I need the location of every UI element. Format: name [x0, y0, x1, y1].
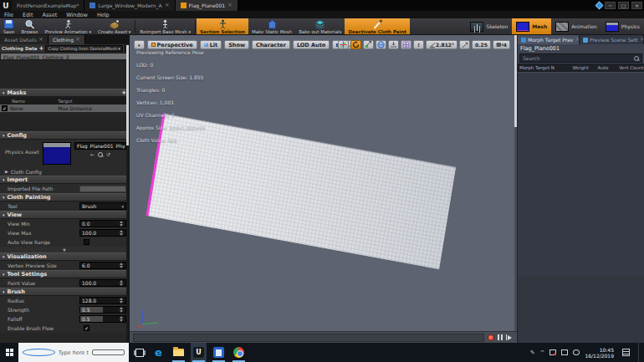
perspective-button[interactable]: Perspective — [147, 40, 197, 49]
view-section-header[interactable]: ▾ View — [0, 211, 129, 219]
scale-snap-icon-button[interactable] — [459, 40, 470, 49]
mask-row[interactable]: ✓ None Max Distance — [0, 105, 129, 112]
rotation-snap-button[interactable]: 2.812° — [426, 40, 457, 49]
pen-input-icon[interactable]: ✎ — [530, 349, 535, 356]
action-center-icon[interactable] — [622, 349, 630, 356]
search-input[interactable] — [520, 55, 634, 61]
menu-asset[interactable]: Asset — [42, 12, 57, 18]
falloff-field[interactable]: 0.5 — [79, 315, 126, 323]
task-view-button[interactable] — [135, 349, 144, 357]
minimize-button[interactable]: ─ — [605, 2, 616, 9]
tray-expand-icon[interactable]: ^ — [540, 349, 545, 356]
save-button[interactable]: Save — [0, 18, 18, 34]
viewport[interactable]: ▾ Perspective Lit Show Character LOD Aut… — [130, 35, 517, 343]
copy-clothing-button[interactable]: Copy Clothing from SkeletalMesh ▾ — [45, 45, 122, 52]
browse-to-asset-icon[interactable] — [98, 152, 103, 157]
col-vert-count[interactable]: Vert Count — [617, 65, 644, 70]
show-desktop-button[interactable] — [638, 343, 641, 362]
maximize-button[interactable]: ▢ — [618, 2, 629, 9]
rotate-tool-button[interactable] — [350, 40, 361, 49]
close-icon[interactable]: × — [227, 3, 233, 8]
tab-firstpersonexamplemap[interactable]: FirstPersonExampleMap* — [12, 0, 84, 11]
spinner-icon[interactable] — [119, 230, 124, 236]
unreal-engine-app-icon[interactable]: U — [191, 343, 207, 362]
view-expander[interactable]: ▼ — [0, 247, 129, 252]
spinner-icon[interactable] — [119, 307, 124, 313]
edge-app-icon[interactable]: e — [151, 343, 166, 362]
strength-field[interactable]: 0.5 — [79, 306, 126, 314]
taskbar-search[interactable]: Type here to search — [18, 343, 129, 362]
view-min-field[interactable]: 0.0 — [79, 220, 126, 227]
use-selected-asset-icon[interactable]: ← — [90, 151, 95, 157]
menu-window[interactable]: Window — [66, 12, 88, 18]
lit-button[interactable]: Lit — [200, 40, 222, 49]
close-icon[interactable]: × — [38, 37, 43, 43]
make-static-mesh-button[interactable]: Make Static Mesh — [248, 18, 295, 34]
deactivate-cloth-paint-button[interactable]: Deactivate Cloth Paint — [345, 18, 410, 34]
spinner-icon[interactable] — [119, 263, 124, 268]
mode-physics[interactable]: Physics — [601, 18, 644, 34]
vertex-preview-size-field[interactable]: 6.0 — [79, 262, 126, 269]
section-selection-button[interactable]: Section Selection — [197, 18, 248, 34]
snap-warning-button[interactable]: ! — [413, 40, 424, 49]
mode-mesh[interactable]: Mesh — [512, 18, 551, 34]
cloth-config-row[interactable]: ▶ Cloth Config — [0, 167, 129, 176]
col-auto[interactable]: Auto — [596, 65, 618, 70]
close-icon[interactable]: × — [640, 37, 644, 43]
step-forward-button[interactable] — [506, 334, 513, 340]
launcher-app-icon[interactable] — [211, 343, 227, 362]
tab-morph-target-preview[interactable]: Morph Target Prev × — [518, 35, 580, 44]
volume-tray-icon[interactable] — [573, 349, 580, 355]
menu-file[interactable]: File — [4, 12, 13, 18]
left-panel-scrollbar[interactable] — [126, 45, 129, 343]
radius-field[interactable]: 128.0 — [79, 297, 126, 304]
microphone-icon[interactable] — [92, 349, 125, 355]
cloth-painting-section-header[interactable]: ▾ Cloth Painting — [0, 193, 129, 201]
translate-tool-button[interactable] — [338, 40, 349, 49]
tray-app-icon[interactable] — [549, 349, 556, 355]
mode-animation[interactable]: Animation — [551, 18, 601, 34]
display-tray-icon[interactable] — [561, 349, 568, 355]
bake-out-materials-button[interactable]: Bake out Materials — [295, 18, 345, 34]
brush-section-header[interactable]: ▾ Brush — [0, 288, 129, 296]
close-icon[interactable]: × — [75, 37, 80, 43]
preview-animation-button[interactable]: Preview Animation ▾ — [42, 18, 95, 34]
file-explorer-app-icon[interactable] — [171, 343, 187, 362]
menu-edit[interactable]: Edit — [23, 12, 33, 18]
physics-asset-dropdown[interactable]: Flag_Plane001_PhysicsA ▾ — [74, 142, 126, 150]
mask-enabled-checkbox[interactable]: ✓ — [2, 105, 8, 111]
close-window-button[interactable]: × — [631, 2, 642, 9]
tool-settings-section-header[interactable]: ▾ Tool Settings — [0, 270, 129, 278]
tab-asset-details[interactable]: Asset Details × — [0, 35, 49, 44]
physics-asset-thumbnail[interactable] — [43, 142, 71, 165]
tab-large-window-modern[interactable]: Large_Window_Modern_A × — [84, 0, 175, 11]
taskbar-clock[interactable]: 10:45 16/12/2019 — [585, 347, 614, 359]
browse-button[interactable]: Browse — [18, 18, 42, 34]
lod-auto-button[interactable]: LOD Auto — [293, 40, 330, 49]
col-weight[interactable]: Weight — [570, 65, 595, 70]
scale-snap-value-button[interactable]: 0.25 — [472, 40, 491, 49]
world-coordinate-button[interactable] — [376, 40, 386, 49]
paint-value-field[interactable]: 100.0 — [79, 279, 126, 287]
record-button[interactable] — [488, 334, 494, 341]
enable-brush-flow-checkbox[interactable]: ✓ — [84, 325, 89, 331]
spinner-icon[interactable] — [119, 316, 124, 322]
add-clothing-data-button[interactable]: + — [39, 45, 44, 52]
show-button[interactable]: Show — [224, 40, 249, 49]
view-max-field[interactable]: 100.0 — [79, 229, 126, 237]
spinner-icon[interactable] — [119, 221, 124, 227]
config-section-header[interactable]: ▾ Config — [0, 131, 129, 140]
tool-dropdown[interactable]: Brush ▾ — [79, 202, 126, 210]
menu-help[interactable]: Help — [97, 12, 110, 18]
col-morph-target-name[interactable]: Morph Target N — [518, 65, 570, 70]
viewport-options-button[interactable]: ▾ — [134, 40, 145, 49]
surface-snap-button[interactable] — [388, 40, 399, 49]
pause-button[interactable] — [498, 334, 503, 340]
morph-target-search[interactable] — [519, 54, 642, 63]
tab-clothing[interactable]: Clothing × — [49, 35, 85, 44]
grid-snap-button[interactable] — [401, 40, 411, 49]
tab-flag-plane001[interactable]: Flag_Plane001 × — [176, 0, 238, 11]
reimport-base-mesh-button[interactable]: Reimport Base Mesh ▾ — [136, 18, 194, 34]
chrome-app-icon[interactable] — [231, 343, 247, 362]
timeline-scrubber[interactable] — [133, 334, 484, 342]
